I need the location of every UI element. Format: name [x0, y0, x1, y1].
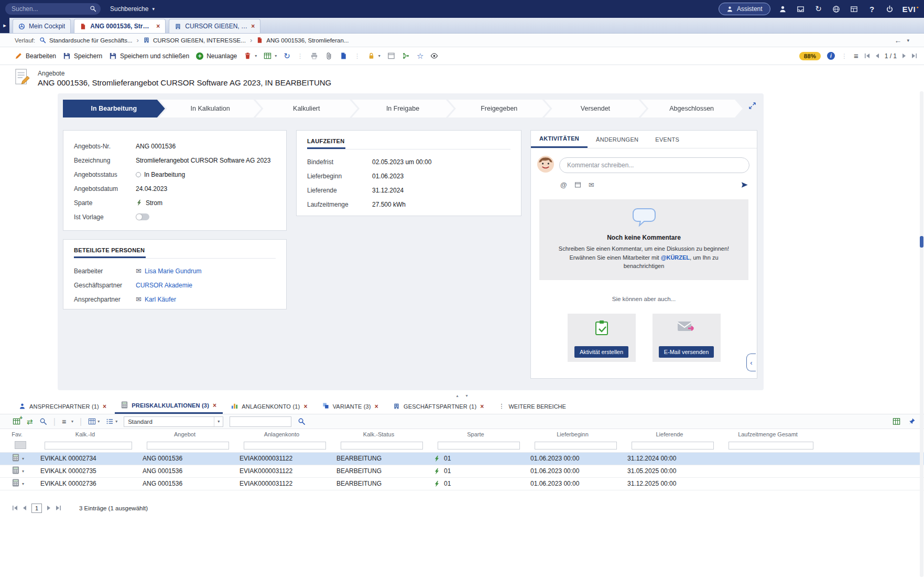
new-row-button[interactable]: +: [13, 418, 20, 425]
more-areas-button[interactable]: ⋮ WEITERE BEREICHE: [492, 399, 572, 414]
save-button[interactable]: Speichern: [63, 52, 102, 60]
calculator-icon[interactable]: [12, 466, 19, 476]
delete-button[interactable]: ▾: [244, 52, 257, 60]
ist-vorlage-toggle[interactable]: [136, 213, 149, 220]
col-anlagenkonto[interactable]: Anlagenkonto: [233, 429, 330, 440]
help-icon[interactable]: ?: [867, 4, 877, 14]
copy-to-table-button[interactable]: ▾: [264, 52, 277, 60]
panels-icon[interactable]: [849, 4, 860, 14]
mail-icon[interactable]: ✉: [589, 181, 594, 189]
next-page-icon[interactable]: [46, 506, 51, 510]
stage-freigegeben[interactable]: Freigegeben: [448, 100, 550, 117]
stage-in-freigabe[interactable]: In Freigabe: [352, 100, 454, 117]
tab-geschaeftspartner[interactable]: GESCHÄFTSPARTNER (1) ×: [387, 399, 491, 414]
tab-mein-cockpit[interactable]: Mein Cockpit: [13, 19, 71, 33]
fav-filter-box[interactable]: [15, 441, 26, 449]
col-laufzeitmenge[interactable]: Laufzeitmenge Gesamt: [718, 429, 818, 440]
globe-icon[interactable]: [831, 4, 842, 14]
grid-row-2[interactable]: ▾ EVIKALK 00002735 ANG 0001536 EVIAK0000…: [0, 465, 924, 477]
filter-laufzeitmenge[interactable]: [729, 442, 813, 449]
previous-page-icon[interactable]: [22, 506, 28, 510]
first-record-icon[interactable]: [865, 53, 871, 58]
global-search-input[interactable]: [5, 3, 101, 15]
next-record-icon[interactable]: [901, 53, 907, 58]
lock-button[interactable]: ▾: [367, 52, 381, 60]
filter-lieferende[interactable]: [632, 442, 714, 449]
logout-power-icon[interactable]: [885, 4, 895, 14]
ansprechpartner-link[interactable]: Karl Käufer: [145, 296, 176, 303]
calculator-icon[interactable]: [12, 479, 19, 488]
stage-in-kalkulation[interactable]: In Kalkulation: [159, 100, 262, 117]
transfer-icon[interactable]: ⇄: [27, 418, 33, 426]
close-tab-icon[interactable]: ×: [303, 403, 307, 410]
filter-sparte[interactable]: [438, 442, 520, 449]
document-button[interactable]: [340, 52, 347, 60]
close-tab-icon[interactable]: ×: [375, 403, 378, 410]
send-email-button[interactable]: E-Mail versenden: [659, 346, 714, 358]
current-page-box[interactable]: 1: [31, 504, 42, 513]
create-activity-button[interactable]: Aktivität erstellen: [574, 346, 628, 358]
filter-kalk-status[interactable]: [341, 442, 423, 449]
user-icon[interactable]: [778, 4, 788, 14]
col-fav[interactable]: Fav.: [0, 429, 34, 440]
favorite-star-icon[interactable]: ☆: [417, 51, 423, 61]
filter-lieferbeginn[interactable]: [535, 442, 617, 449]
window-scrollbar[interactable]: [920, 91, 923, 577]
col-angebot[interactable]: Angebot: [136, 429, 233, 440]
bearbeiter-link[interactable]: Lisa Marie Gundrum: [145, 267, 202, 275]
edit-button[interactable]: Bearbeiten: [15, 52, 56, 60]
mail-icon[interactable]: ✉: [136, 295, 142, 303]
splitter-handle[interactable]: ▴ ▾: [0, 392, 924, 399]
breadcrumb-item-partner[interactable]: CURSOR GIEßEN, INTERESSE...: [143, 37, 246, 44]
grid-row-1[interactable]: ▾ EVIKALK 00002734 ANG 0001536 EVIAK0000…: [0, 452, 924, 465]
stage-versendet[interactable]: Versendet: [545, 100, 647, 117]
new-record-button[interactable]: + Neuanlage: [196, 52, 237, 60]
view-select[interactable]: Standard ▾: [124, 416, 223, 427]
attachment-button[interactable]: [325, 52, 333, 60]
tab-aktivitaeten[interactable]: AKTIVITÄTEN: [531, 131, 588, 148]
history-back-icon[interactable]: ←: [894, 36, 901, 45]
expand-process-icon[interactable]: [748, 102, 756, 110]
row-menu-caret-icon[interactable]: ▾: [22, 469, 24, 474]
col-lieferende[interactable]: Lieferende: [621, 429, 718, 440]
close-tab-icon[interactable]: ×: [251, 23, 255, 29]
save-and-close-button[interactable]: Speichern und schließen: [109, 52, 189, 60]
print-button[interactable]: [310, 52, 318, 60]
mention-at-icon[interactable]: @: [560, 181, 567, 189]
tab-aenderungen[interactable]: ÄNDERUNGEN: [588, 131, 647, 148]
search-areas-dropdown[interactable]: Suchbereiche ▾: [110, 5, 155, 13]
layout-button[interactable]: [387, 52, 395, 60]
breadcrumb-item-angebot[interactable]: ANG 0001536, Stromlieferan...: [256, 37, 349, 44]
mention-token-link[interactable]: @KÜRZEL: [661, 254, 690, 261]
inbox-tray-icon[interactable]: [796, 4, 806, 14]
breadcrumb-item-search[interactable]: Standardsuche für Geschäfts...: [39, 37, 133, 44]
search-icon[interactable]: [90, 5, 96, 12]
tab-preiskalkulationen[interactable]: PREISKALKULATIONEN (3) ×: [115, 399, 223, 414]
tab-angebot-ang0001536[interactable]: ANG 0001536, Stroml... ×: [74, 19, 166, 33]
col-sparte[interactable]: Sparte: [427, 429, 524, 440]
info-icon[interactable]: i: [827, 52, 835, 60]
table-view-button[interactable]: ▾: [88, 418, 100, 425]
assistant-button[interactable]: Assistent: [719, 3, 770, 15]
comment-input[interactable]: [559, 157, 749, 173]
stage-abgeschlossen[interactable]: Abgeschlossen: [640, 100, 743, 117]
filter-anlagenkonto[interactable]: [244, 442, 326, 449]
geschaeftspartner-link[interactable]: CURSOR Akademie: [136, 282, 192, 289]
calculator-icon[interactable]: [12, 454, 19, 463]
close-tab-icon[interactable]: ×: [156, 23, 160, 29]
last-record-icon[interactable]: [911, 53, 917, 58]
tab-cursor-giessen[interactable]: CURSOR GIEßEN, INT... ×: [169, 19, 260, 33]
filter-angebot[interactable]: [147, 442, 229, 449]
export-excel-button[interactable]: [893, 418, 900, 425]
grid-row-3[interactable]: ▾ EVIKALK 00002736 ANG 0001536 EVIAK0000…: [0, 477, 924, 490]
close-tab-icon[interactable]: ×: [103, 403, 106, 410]
grid-filter-input[interactable]: [230, 416, 291, 427]
close-tab-icon[interactable]: ×: [213, 402, 216, 409]
row-menu-caret-icon[interactable]: ▾: [22, 456, 24, 461]
previous-record-icon[interactable]: [875, 53, 880, 58]
col-kalk-id[interactable]: Kalk.-Id: [34, 429, 136, 440]
stage-in-bearbeitung[interactable]: In Bearbeitung: [63, 100, 165, 117]
tab-events[interactable]: EVENTS: [647, 131, 688, 148]
col-kalk-status[interactable]: Kalk.-Status: [330, 429, 427, 440]
tab-variante[interactable]: VARIANTE (3) ×: [316, 399, 385, 414]
